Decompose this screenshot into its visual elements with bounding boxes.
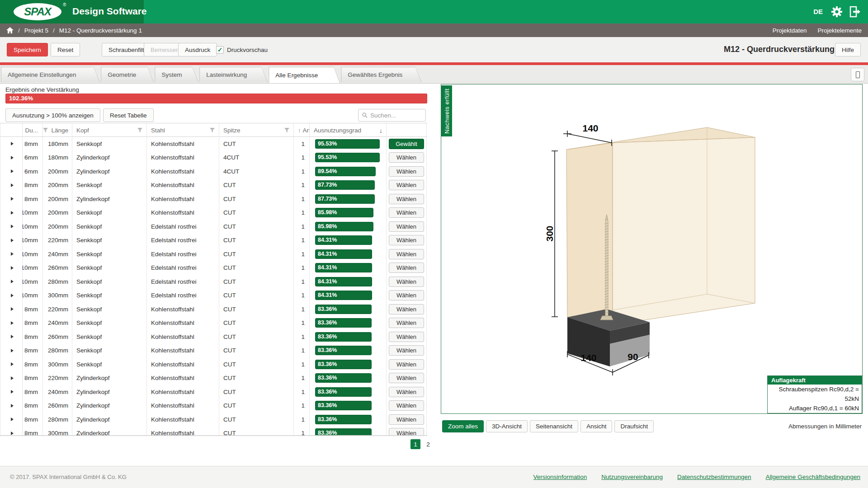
reset-button[interactable]: Reset [51, 43, 80, 56]
select-result-button[interactable]: Wählen [389, 194, 424, 204]
expand-row-icon[interactable] [11, 156, 14, 160]
select-result-button[interactable]: Wählen [389, 221, 424, 232]
select-result-button[interactable]: Wählen [389, 180, 424, 190]
expand-row-icon[interactable] [11, 252, 14, 256]
header-utilization[interactable]: Ausnutzungsgrad ↓ [310, 123, 387, 137]
expand-row-icon[interactable] [11, 307, 14, 311]
help-button[interactable]: Hilfe [835, 43, 861, 56]
expand-row-icon[interactable] [11, 197, 14, 201]
expand-row-icon[interactable] [11, 404, 14, 408]
select-result-button[interactable]: Wählen [389, 207, 424, 218]
select-result-button[interactable]: Wählen [389, 332, 424, 342]
header-diameter[interactable]: Du... [23, 123, 43, 137]
expand-row-icon[interactable] [11, 418, 14, 421]
select-result-button[interactable]: Wählen [389, 414, 424, 425]
table-row[interactable]: 8mm 220mm Senkkopf Kohlenstoffstahl CUT … [0, 302, 427, 316]
expand-row-icon[interactable] [11, 169, 14, 173]
expand-row-icon[interactable] [11, 321, 14, 325]
expand-row-icon[interactable] [11, 349, 14, 352]
table-row[interactable]: 10mm 260mm Senkkopf Edelstahl rostfrei C… [0, 261, 427, 275]
select-result-button[interactable]: Wählen [389, 263, 424, 273]
search-input[interactable] [370, 112, 422, 119]
expand-row-icon[interactable] [11, 280, 14, 283]
header-steel[interactable]: Stahl [147, 123, 219, 137]
select-result-button[interactable]: Wählen [389, 400, 424, 411]
expand-row-icon[interactable] [11, 390, 14, 394]
logout-icon[interactable] [849, 6, 861, 18]
filter-icon[interactable] [43, 128, 48, 133]
gear-icon[interactable] [831, 6, 843, 18]
show-over-100-button[interactable]: Ausnutzung > 100% anzeigen [5, 108, 100, 122]
breadcrumb-item-element[interactable]: M12 - Querdruckverstärkung 1 [59, 27, 142, 34]
filter-icon[interactable] [137, 128, 143, 133]
select-result-button[interactable]: Wählen [389, 235, 424, 245]
footer-link-datenschutzbestimmungen[interactable]: Datenschutzbestimmungen [677, 474, 751, 480]
header-head[interactable]: Kopf [72, 123, 147, 137]
view-button-seitenansicht[interactable]: Seitenansicht [530, 420, 578, 432]
page-button-2[interactable]: 2 [423, 439, 433, 449]
table-row[interactable]: 8mm 260mm Senkkopf Kohlenstoffstahl CUT … [0, 330, 427, 344]
table-row[interactable]: 10mm 200mm Senkkopf Edelstahl rostfrei C… [0, 220, 427, 234]
reset-table-button[interactable]: Reset Tabelle [103, 108, 154, 122]
select-result-button[interactable]: Wählen [389, 387, 424, 397]
table-row[interactable]: 6mm 200mm Zylinderkopf Kohlenstoffstahl … [0, 164, 427, 178]
tab-allgemeine-einstellungen[interactable]: Allgemeine Einstellungen [1, 67, 100, 82]
header-length[interactable]: Länge [43, 123, 72, 137]
tab-alle-ergebnisse[interactable]: Alle Ergebnisse [269, 67, 340, 83]
view-button-ansicht[interactable]: Ansicht [580, 420, 612, 432]
select-result-button[interactable]: Wählen [389, 318, 424, 328]
table-row[interactable]: 8mm 180mm Senkkopf Kohlenstoffstahl CUT … [0, 137, 427, 151]
collapse-panel-button[interactable] [851, 68, 864, 81]
filter-icon[interactable] [284, 128, 290, 133]
select-result-button[interactable]: Gewählt [389, 139, 424, 149]
print-preview-checkbox[interactable]: ✓ [216, 46, 224, 54]
breadcrumb-link-projektelemente[interactable]: Projektelemente [817, 27, 862, 34]
view-button-3d-ansicht[interactable]: 3D-Ansicht [486, 420, 528, 432]
select-result-button[interactable]: Wählen [389, 359, 424, 370]
select-result-button[interactable]: Wählen [389, 345, 424, 356]
save-button[interactable]: Speichern [7, 43, 48, 56]
3d-model-view[interactable]: 140 300 140 90 [441, 84, 862, 413]
table-row[interactable]: 10mm 200mm Senkkopf Kohlenstoffstahl CUT… [0, 206, 427, 220]
view-button-zoom-alles[interactable]: Zoom alles [442, 420, 484, 432]
expand-row-icon[interactable] [11, 376, 14, 380]
print-button[interactable]: Ausdruck [178, 43, 217, 56]
table-row[interactable]: 8mm 200mm Zylinderkopf Kohlenstoffstahl … [0, 192, 427, 206]
expand-row-icon[interactable] [11, 211, 14, 215]
table-row[interactable]: 8mm 300mm Senkkopf Kohlenstoffstahl CUT … [0, 357, 427, 371]
tab-geometrie[interactable]: Geometrie [101, 67, 154, 82]
header-tip[interactable]: Spitze [219, 123, 294, 137]
header-count[interactable]: ↑ An.. [294, 123, 310, 137]
expand-row-icon[interactable] [11, 335, 14, 338]
select-result-button[interactable]: Wählen [389, 373, 424, 383]
tab-gew-hltes-ergebnis[interactable]: Gewähltes Ergebnis [341, 67, 421, 82]
select-result-button[interactable]: Wählen [389, 290, 424, 300]
footer-link-versionsinformation[interactable]: Versionsinformation [533, 474, 587, 480]
breadcrumb-link-projektdaten[interactable]: Projektdaten [773, 27, 807, 34]
select-result-button[interactable]: Wählen [389, 304, 424, 314]
table-row[interactable]: 10mm 240mm Senkkopf Edelstahl rostfrei C… [0, 247, 427, 261]
language-selector[interactable]: DE [813, 8, 823, 15]
table-row[interactable]: 8mm 220mm Zylinderkopf Kohlenstoffstahl … [0, 371, 427, 385]
select-result-button[interactable]: Wählen [389, 277, 424, 287]
footer-link-allgemeine-gesch-ftsbedingungen[interactable]: Allgemeine Geschäftsbedingungen [766, 474, 860, 480]
search-box[interactable] [358, 109, 426, 122]
table-row[interactable]: 10mm 280mm Senkkopf Edelstahl rostfrei C… [0, 275, 427, 289]
table-row[interactable]: 8mm 300mm Zylinderkopf Kohlenstoffstahl … [0, 427, 427, 436]
select-result-button[interactable]: Wählen [389, 249, 424, 259]
view-button-draufsicht[interactable]: Draufsicht [614, 420, 654, 432]
table-row[interactable]: 8mm 280mm Zylinderkopf Kohlenstoffstahl … [0, 413, 427, 427]
select-result-button[interactable]: Wählen [389, 166, 424, 177]
table-row[interactable]: 8mm 200mm Senkkopf Kohlenstoffstahl CUT … [0, 178, 427, 192]
table-row[interactable]: 8mm 260mm Zylinderkopf Kohlenstoffstahl … [0, 399, 427, 413]
expand-row-icon[interactable] [11, 183, 14, 187]
breadcrumb-item-project[interactable]: Projekt 5 [24, 27, 48, 34]
tab-lasteinwirkung[interactable]: Lasteinwirkung [199, 67, 268, 82]
page-button-1[interactable]: 1 [410, 439, 420, 449]
table-row[interactable]: 10mm 300mm Senkkopf Edelstahl rostfrei C… [0, 289, 427, 303]
expand-row-icon[interactable] [11, 432, 14, 435]
filter-icon[interactable] [210, 128, 215, 133]
expand-row-icon[interactable] [11, 266, 14, 270]
tab-system[interactable]: System [155, 67, 198, 82]
table-row[interactable]: 8mm 280mm Senkkopf Kohlenstoffstahl CUT … [0, 344, 427, 358]
